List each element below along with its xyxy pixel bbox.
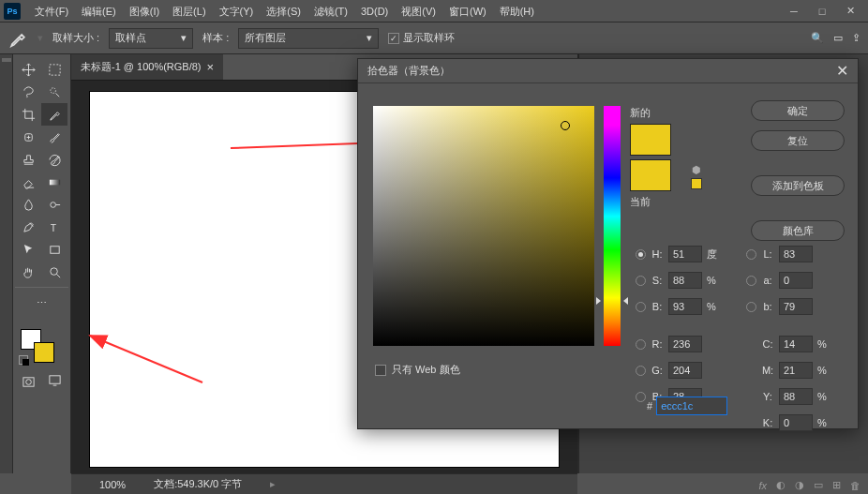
quick-select-tool[interactable]: [41, 81, 67, 103]
fx-icon[interactable]: fx: [758, 480, 767, 491]
nearest-swatch[interactable]: [691, 178, 702, 189]
spot-heal-tool[interactable]: [15, 126, 41, 148]
pen-tool[interactable]: [15, 216, 41, 238]
input-y[interactable]: [779, 388, 813, 405]
zoom-level[interactable]: 100%: [99, 479, 126, 490]
dodge-tool[interactable]: [41, 193, 67, 216]
radio-a[interactable]: [746, 276, 756, 286]
color-libraries-button[interactable]: 颜色库: [751, 220, 845, 241]
zoom-tool[interactable]: [41, 261, 67, 283]
radio-b[interactable]: [636, 392, 646, 402]
type-tool[interactable]: T: [41, 216, 67, 238]
close-button[interactable]: ✕: [836, 1, 864, 22]
tab-close-icon[interactable]: ×: [207, 60, 215, 74]
radio-r[interactable]: [636, 339, 646, 350]
svg-rect-0: [49, 64, 59, 74]
menu-layer[interactable]: 图层(L): [166, 0, 212, 22]
background-swatch[interactable]: [34, 342, 54, 363]
menu-window[interactable]: 窗口(W): [442, 0, 493, 22]
screenmode-tool[interactable]: [41, 368, 67, 391]
sample-label: 样本 :: [202, 31, 229, 45]
radio-h[interactable]: [636, 249, 646, 260]
doc-tab[interactable]: 未标题-1 @ 100%(RGB/8) ×: [71, 54, 223, 80]
web-only-checkbox[interactable]: 只有 Web 颜色: [375, 363, 460, 377]
menu-image[interactable]: 图像(I): [123, 0, 166, 22]
mask-icon[interactable]: ◐: [776, 479, 786, 491]
svg-rect-10: [49, 375, 59, 382]
input-bv[interactable]: [668, 298, 702, 315]
input-c[interactable]: [779, 336, 813, 352]
crop-tool[interactable]: [15, 103, 41, 126]
input-b2[interactable]: [779, 298, 813, 315]
picker-titlebar[interactable]: 拾色器（背景色） ✕: [358, 59, 858, 83]
share-icon[interactable]: ⇪: [852, 32, 861, 44]
gradient-tool[interactable]: [41, 171, 67, 193]
lasso-tool[interactable]: [15, 81, 41, 103]
svg-rect-3: [49, 179, 59, 185]
menu-help[interactable]: 帮助(H): [493, 0, 541, 22]
menu-edit[interactable]: 编辑(E): [75, 0, 123, 22]
menu-view[interactable]: 视图(V): [395, 0, 442, 22]
color-field[interactable]: [373, 106, 594, 346]
rectangle-tool[interactable]: [41, 238, 67, 261]
input-s[interactable]: [668, 272, 702, 289]
minimize-button[interactable]: ─: [780, 1, 808, 22]
hue-handle[interactable]: [598, 297, 626, 303]
input-k[interactable]: [779, 414, 813, 431]
input-g[interactable]: [668, 362, 702, 379]
adjust-icon[interactable]: ◑: [795, 479, 804, 491]
menu-select[interactable]: 选择(S): [260, 0, 307, 22]
radio-s[interactable]: [636, 276, 646, 286]
maximize-button[interactable]: □: [808, 1, 836, 22]
add-swatch-button[interactable]: 添加到色板: [751, 175, 845, 196]
sample-size-dropdown[interactable]: 取样点▾: [109, 28, 193, 49]
new-swatch: [630, 124, 671, 156]
workspace-icon[interactable]: ▭: [833, 32, 843, 44]
menu-filter[interactable]: 滤镜(T): [307, 0, 354, 22]
svg-point-9: [25, 379, 31, 384]
current-swatch[interactable]: [630, 159, 671, 191]
input-h[interactable]: [668, 246, 702, 262]
folder-icon[interactable]: ▭: [814, 479, 823, 491]
picker-close-button[interactable]: ✕: [836, 62, 848, 80]
radio-bv[interactable]: [636, 302, 646, 312]
radio-l[interactable]: [746, 249, 756, 260]
new-icon[interactable]: ⊞: [832, 479, 841, 491]
color-swatches[interactable]: [15, 327, 68, 368]
radio-b2[interactable]: [746, 302, 756, 312]
history-brush-tool[interactable]: [41, 148, 67, 171]
reset-button[interactable]: 复位: [751, 130, 845, 151]
blur-tool[interactable]: [15, 193, 41, 216]
edit-toolbar[interactable]: ⋯: [15, 292, 67, 314]
color-cursor[interactable]: [561, 121, 570, 130]
hue-slider[interactable]: [604, 106, 621, 346]
show-ring-checkbox[interactable]: ✓显示取样环: [388, 31, 455, 45]
menu-file[interactable]: 文件(F): [28, 0, 75, 22]
trash-icon[interactable]: 🗑: [850, 480, 861, 491]
search-icon[interactable]: 🔍: [811, 32, 824, 44]
hand-tool[interactable]: [15, 261, 41, 283]
ok-button[interactable]: 确定: [751, 100, 845, 121]
quickmask-tool[interactable]: [15, 370, 41, 393]
eyedropper-tool[interactable]: [41, 103, 67, 126]
marquee-tool[interactable]: [41, 58, 67, 81]
input-r[interactable]: [668, 336, 702, 352]
move-tool[interactable]: [15, 58, 41, 81]
eraser-tool[interactable]: [15, 171, 41, 193]
input-a[interactable]: [779, 272, 813, 289]
path-select-tool[interactable]: [15, 238, 41, 261]
svg-text:T: T: [50, 223, 56, 233]
menu-3d[interactable]: 3D(D): [354, 0, 395, 22]
radio-g[interactable]: [636, 366, 646, 376]
input-m[interactable]: [779, 362, 813, 379]
status-bar: 100% 文档:549.3K/0 字节 ▸: [71, 473, 577, 494]
stamp-tool[interactable]: [15, 148, 41, 171]
doc-info[interactable]: 文档:549.3K/0 字节: [154, 477, 242, 491]
hex-input[interactable]: [656, 397, 727, 415]
sample-dropdown[interactable]: 所有图层▾: [238, 28, 379, 49]
input-l[interactable]: [779, 246, 813, 262]
app-icon: Ps: [4, 3, 21, 20]
cube-icon[interactable]: ⬢: [692, 164, 702, 174]
brush-tool[interactable]: [41, 126, 67, 148]
menu-type[interactable]: 文字(Y): [213, 0, 261, 22]
